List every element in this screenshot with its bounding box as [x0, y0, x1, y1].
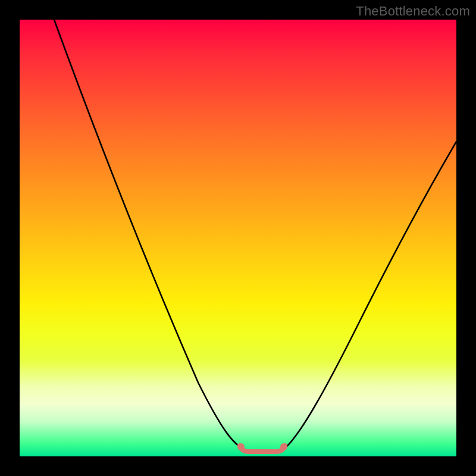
svg-point-1 [280, 443, 287, 450]
curve-layer [20, 20, 456, 456]
plot-area [20, 20, 456, 456]
optimal-zone [237, 443, 287, 452]
chart-frame: TheBottleneck.com [0, 0, 476, 476]
svg-point-0 [237, 443, 245, 450]
bottleneck-curve [54, 20, 456, 451]
watermark-text: TheBottleneck.com [356, 4, 470, 19]
